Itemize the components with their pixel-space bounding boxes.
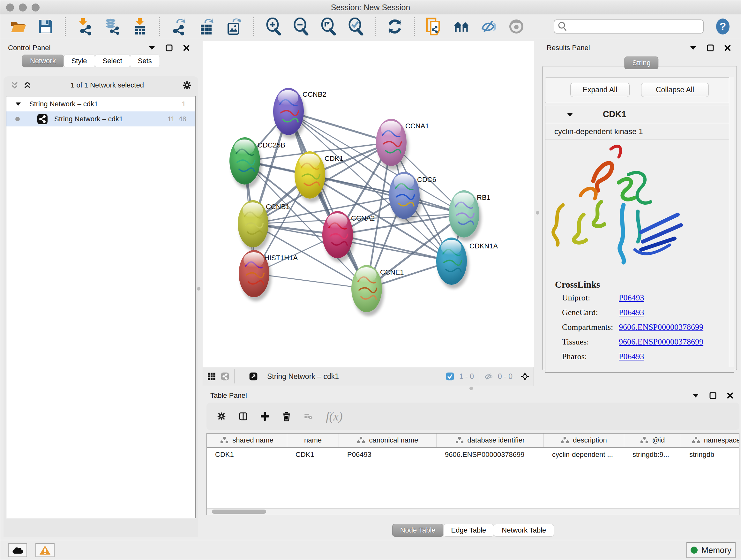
crosslink-link[interactable]: P06493 [619,352,644,361]
panel-close-button[interactable] [724,44,732,52]
node-RB1[interactable] [449,190,479,238]
table-cell[interactable]: CDK1 [287,448,339,462]
node-CCNA1[interactable] [376,119,407,166]
edge-CCNB2-CCNE1[interactable] [288,111,367,289]
table-h-scrollbar[interactable] [207,508,739,515]
edge-CDK1-RB1[interactable] [310,175,464,214]
node-CDC25B[interactable] [229,137,260,185]
network-options-button[interactable] [183,81,191,89]
open-session-button[interactable] [10,18,26,35]
protein-header[interactable]: CDK1 [545,106,734,123]
node-CCNB2[interactable] [273,88,304,135]
crosslink-link[interactable]: P06493 [619,308,644,317]
column-header-canonical-name[interactable]: canonical name [339,434,436,447]
table-cell[interactable]: cyclin-dependent ... [544,448,624,462]
warning-status-button[interactable] [36,543,55,557]
panel-float-button[interactable] [709,391,717,400]
table-row[interactable]: CDK1CDK1P064939606.ENSP00000378699cyclin… [207,448,739,462]
import-table-button[interactable] [131,18,148,35]
table-cell[interactable]: CDK1 [207,448,287,462]
panel-menu-button[interactable] [148,44,156,52]
collapse-all-networks-button[interactable] [10,81,19,89]
panel-close-button[interactable] [726,391,734,400]
show-button[interactable] [508,18,525,35]
selected-checkbox[interactable] [446,372,454,381]
string-home-button[interactable] [453,18,470,35]
search-input[interactable] [567,22,695,30]
zoom-in-button[interactable] [265,18,281,35]
collapse-all-button[interactable]: Collapse All [641,83,709,97]
show-column-button[interactable] [239,412,247,421]
function-builder-button[interactable]: f(x) [326,409,343,423]
create-column-button[interactable] [261,412,269,421]
column-header--id[interactable]: @id [624,434,681,447]
expand-all-button[interactable]: Expand All [570,83,630,97]
tab-node-table[interactable]: Node Table [392,524,444,537]
node-CCNA2[interactable] [322,211,353,258]
refresh-layout-button[interactable] [387,18,403,35]
zoom-out-button[interactable] [292,18,309,35]
tab-network-table[interactable]: Network Table [494,524,554,537]
export-network-button[interactable] [171,18,187,35]
network-row[interactable]: String Network – cdk1 11 48 [6,111,195,126]
node-CCNB1[interactable] [238,200,268,247]
save-session-button[interactable] [37,18,54,35]
crosslink-link[interactable]: P06493 [619,293,644,303]
crosslink-link[interactable]: 9606.ENSP00000378699 [619,337,703,347]
column-header-shared-name[interactable]: shared name [207,434,287,447]
import-network-button[interactable] [77,18,93,35]
hide-unhide-button[interactable] [481,18,497,35]
hidden-toggle[interactable] [484,372,493,381]
tab-string[interactable]: String [624,57,658,69]
zoom-selected-button[interactable] [347,18,364,35]
detach-view-button[interactable] [249,372,258,381]
help-button[interactable]: ? [715,18,731,35]
column-header-database-identifier[interactable]: database identifier [436,434,544,447]
export-table-button[interactable] [198,18,215,35]
export-image-button[interactable] [226,18,242,35]
panel-menu-button[interactable] [691,391,700,400]
column-header-description[interactable]: description [544,434,624,447]
network-collection-row[interactable]: String Network – cdk1 1 [6,97,195,111]
network-canvas[interactable]: CCNB2CCNA1CDC25BCDK1CDC6RB1CCNB1CCNA2CDK… [203,41,534,367]
column-header-name[interactable]: name [287,434,339,447]
table-cell[interactable]: P06493 [339,448,436,462]
panel-close-button[interactable] [182,44,191,52]
import-network-from-database-button[interactable] [104,18,121,35]
tab-edge-table[interactable]: Edge Table [443,524,494,537]
delete-column-button[interactable] [282,412,291,421]
node-CCNE1[interactable] [351,265,382,312]
results-scrollbar[interactable] [729,77,734,367]
network-view-mode-button[interactable] [221,372,229,381]
table-cell[interactable]: stringdb [681,448,739,462]
memory-button[interactable]: Memory [686,542,736,558]
node-CDC6[interactable] [389,172,420,219]
node-CDK1[interactable] [294,151,325,199]
table-cell[interactable]: 9606.ENSP00000378699 [436,448,544,462]
right-splitter-handle[interactable] [536,211,539,214]
panel-float-button[interactable] [165,44,173,52]
tab-sets[interactable]: Sets [130,55,160,67]
tab-style[interactable]: Style [64,55,95,67]
panel-menu-button[interactable] [689,44,697,52]
node-CDKN1A[interactable] [436,238,467,285]
cloud-status-button[interactable] [8,543,27,557]
crosslink-link[interactable]: 9606.ENSP00000378699 [619,322,703,332]
delete-table-button[interactable] [304,412,313,421]
column-header-namespace[interactable]: namespace [681,434,739,447]
table-options-button[interactable] [217,412,226,421]
fit-content-button[interactable] [521,372,529,381]
table-cell[interactable]: stringdb:9... [624,448,681,462]
zoom-fit-button[interactable] [320,18,336,35]
expand-all-networks-button[interactable] [23,81,31,89]
edge-CCNA2-CDKN1A[interactable] [338,235,452,261]
tab-network[interactable]: Network [22,55,64,67]
copy-network-button[interactable] [426,18,442,35]
show-grid-button[interactable] [207,372,216,381]
panel-float-button[interactable] [706,44,715,52]
edge-HIST1H1A-CCNE1[interactable] [254,273,367,289]
scrollbar-thumb[interactable] [212,509,266,514]
node-label-CDC6: CDC6 [417,176,436,184]
tab-select[interactable]: Select [95,55,130,67]
left-splitter-handle[interactable] [197,287,200,291]
